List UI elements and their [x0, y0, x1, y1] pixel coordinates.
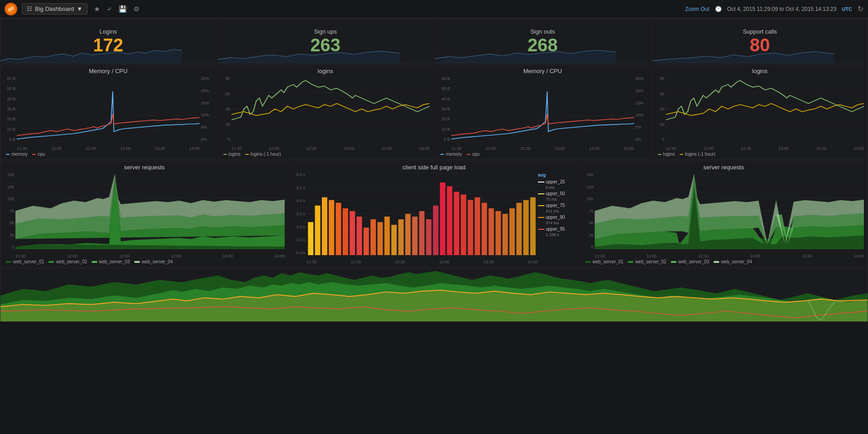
svg-rect-55: [398, 219, 404, 255]
stat-signouts-value: 268: [528, 36, 558, 54]
clock-icon: 🕐: [715, 6, 722, 12]
svg-rect-73: [523, 200, 529, 255]
stat-support: Support calls 80: [652, 18, 868, 64]
client-page-load-chart: client side full page load 6.0 s5.0 s4.0…: [290, 161, 578, 267]
svg-rect-53: [385, 217, 390, 255]
svg-rect-62: [447, 186, 452, 255]
svg-rect-67: [482, 203, 487, 255]
memory-cpu-title-right: Memory / CPU: [439, 68, 647, 74]
svg-rect-69: [496, 211, 501, 255]
svg-rect-44: [322, 197, 327, 255]
client-page-load-area: 6.0 s5.0 s4.0 s3.0 s2.0 s1.0 s0 ms: [294, 173, 574, 264]
memory-cpu-chart-right: Memory / CPU 60 B50 B40 B30 B20 B10 B0 B…: [434, 64, 651, 160]
logins-area-right: 806040200 11:3012:0012:3013:0013:3014:00: [656, 76, 864, 151]
stat-signups-label: Sign ups: [314, 28, 337, 35]
client-page-load-title: client side full page load: [294, 164, 574, 171]
grid-icon: ☷: [27, 5, 32, 12]
svg-rect-60: [433, 206, 439, 255]
header: ☍ ☷ Big Dashboard ▼ ★ ⤶ 💾 ⚙ Zoom Out 🕐 O…: [0, 0, 868, 18]
svg-rect-43: [315, 206, 321, 255]
svg-rect-49: [357, 217, 362, 255]
share-icon[interactable]: ⤶: [106, 5, 112, 13]
dashboard-selector[interactable]: ☷ Big Dashboard ▼: [22, 3, 88, 15]
svg-rect-57: [412, 217, 418, 255]
stat-support-value: 80: [750, 36, 770, 54]
server-requests-right: server requests 1501251007550250 11:3012…: [579, 161, 868, 267]
svg-rect-66: [475, 197, 480, 255]
stat-signups-value: 263: [310, 36, 340, 54]
memory-cpu-chart-left: Memory / CPU 60 B50 B40 B30 B20 B10 B0 B…: [0, 64, 217, 160]
svg-rect-52: [377, 222, 383, 255]
stat-row: Logins 172 Sign ups 263 Sign outs 268 Su…: [0, 18, 868, 64]
star-icon[interactable]: ★: [94, 5, 100, 13]
server-requests-left-legend: web_server_01 web_server_02 web_server_0…: [4, 258, 285, 264]
logins-chart-left: logins 806040200 11:3012:0012:3013:0013:…: [217, 64, 434, 160]
stat-logins-value: 172: [93, 36, 123, 54]
logins-title-left: logins: [222, 68, 430, 74]
svg-rect-61: [440, 182, 445, 255]
svg-rect-42: [308, 222, 313, 255]
logins-title-right: logins: [656, 68, 864, 74]
svg-rect-72: [516, 203, 522, 255]
utc-badge: UTC: [842, 6, 852, 12]
svg-rect-54: [391, 225, 397, 255]
stat-logins: Logins 172: [0, 18, 217, 64]
svg-rect-64: [461, 195, 466, 255]
svg-rect-63: [454, 192, 459, 255]
app-logo[interactable]: ☍: [5, 3, 17, 15]
settings-icon[interactable]: ⚙: [133, 5, 139, 13]
zoom-out-button[interactable]: Zoom Out: [685, 6, 709, 12]
memory-cpu-legend-right: memory cpu: [439, 151, 647, 157]
svg-rect-47: [343, 208, 348, 255]
logins-area-left: 806040200 11:3012:0012:3013:0013:3014:00: [222, 76, 430, 151]
svg-rect-56: [405, 214, 411, 255]
svg-marker-0: [0, 49, 182, 63]
header-toolbar: ★ ⤶ 💾 ⚙: [94, 5, 139, 13]
svg-rect-45: [329, 200, 334, 255]
refresh-icon[interactable]: ↻: [858, 5, 863, 13]
svg-marker-1: [218, 51, 399, 63]
logins-legend-right: logins logins (-1 hour): [656, 151, 864, 157]
server-requests-left: server requests 1501251007550250: [0, 161, 289, 267]
stat-support-label: Support calls: [743, 28, 777, 35]
bottom-row: server requests 1501251007550250: [0, 161, 868, 267]
svg-marker-2: [435, 50, 616, 63]
svg-rect-65: [468, 200, 473, 255]
wide-bottom-chart: [0, 268, 868, 322]
svg-rect-74: [530, 197, 536, 255]
svg-rect-70: [503, 214, 508, 255]
chevron-down-icon: ▼: [77, 5, 83, 12]
memory-cpu-area-right: 60 B50 B40 B30 B20 B10 B0 B 25%20%15%10%…: [439, 76, 647, 151]
charts-grid: Memory / CPU 60 B50 B40 B30 B20 B10 B0 B…: [0, 64, 868, 160]
logins-chart-right: logins 806040200 11:3012:0012:3013:0013:…: [652, 64, 868, 160]
save-icon[interactable]: 💾: [118, 5, 127, 13]
stat-signouts: Sign outs 268: [434, 18, 651, 64]
svg-rect-68: [488, 208, 494, 255]
server-requests-left-title: server requests: [4, 164, 285, 171]
svg-rect-59: [426, 219, 432, 255]
server-requests-right-title: server requests: [583, 164, 864, 171]
svg-rect-71: [509, 208, 515, 255]
memory-cpu-title-left: Memory / CPU: [4, 68, 212, 74]
svg-marker-3: [652, 52, 834, 63]
svg-rect-50: [364, 227, 369, 255]
svg-rect-58: [419, 211, 424, 255]
server-requests-right-legend: web_server_01 web_server_02 web_server_0…: [583, 258, 864, 264]
header-right: Zoom Out 🕐 Oct 4, 2015 11:29:09 to Oct 4…: [685, 5, 863, 13]
svg-rect-51: [370, 219, 376, 255]
svg-rect-48: [350, 211, 355, 255]
dashboard-label: Big Dashboard: [35, 5, 74, 12]
server-requests-left-area: 1501251007550250 11:3012:0012: [4, 173, 285, 258]
memory-cpu-legend-left: memory cpu: [4, 151, 212, 157]
logins-legend-left: logins logins (-1 hour): [222, 151, 430, 157]
memory-cpu-area-left: 60 B50 B40 B30 B20 B10 B0 B 25%20%15%10%…: [4, 76, 212, 151]
server-requests-right-area: 1501251007550250 11:3012:0012:3013:0013:…: [583, 173, 864, 258]
time-range: Oct 4, 2015 11:29:09 to Oct 4, 2015 14:1…: [727, 6, 837, 12]
stat-signups: Sign ups 263: [217, 18, 434, 64]
svg-rect-46: [336, 203, 341, 255]
stat-signouts-label: Sign outs: [530, 28, 555, 35]
stat-logins-label: Logins: [99, 28, 117, 35]
